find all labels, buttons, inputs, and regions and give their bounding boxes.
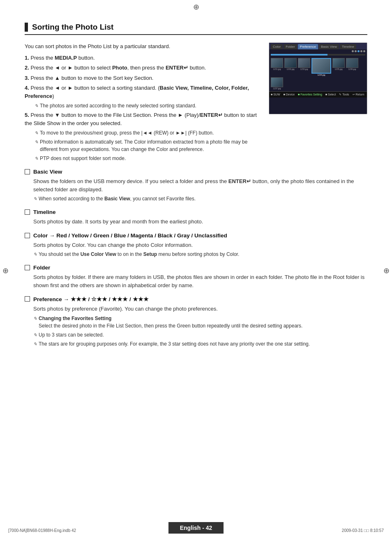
basic-view-note: ✎ When sorted according to the Basic Vie… — [33, 195, 367, 202]
subsection-folder-body: Sorts photos by folder. If there are man… — [33, 273, 367, 289]
note-icon-color: ✎ — [33, 251, 37, 258]
subsection-preference-body: Sorts photos by preference (Favorite). Y… — [33, 305, 367, 348]
basic-view-text: Shows the folders on the USB memory devi… — [33, 177, 367, 193]
basic-view-note-text: When sorted according to the Basic View,… — [39, 195, 196, 202]
footer-right: 2009-03-31 □□ 8:10:57 — [342, 528, 384, 533]
step-5-notes: ✎ To move to the previous/next group, pr… — [35, 129, 261, 162]
checkbox-icon-timeline — [25, 209, 30, 215]
checkbox-icon-basic-view — [25, 169, 30, 174]
preference-note-1-content: Changing the Favorites Setting Select th… — [39, 315, 302, 330]
footer-left: [7000-NA]BN68-01988H-Eng.indb 42 — [8, 528, 76, 533]
step-5-num: 5. — [25, 112, 29, 118]
section-title: Sorting the Photo List — [32, 23, 113, 32]
subsection-timeline-title: Timeline — [33, 209, 56, 215]
color-note: ✎ You should set the Use Color View to o… — [33, 251, 367, 258]
thumb-6-label: 1236.jpg — [348, 68, 356, 70]
screenshot-tab-color: Color — [271, 44, 283, 49]
step-3: 3. Press the ▲ button to move to the Sor… — [25, 74, 261, 82]
thumb-1: 1231.jpg — [271, 58, 283, 76]
bb-suw: ■ SUW — [271, 93, 280, 96]
section-header: Sorting the Photo List — [25, 23, 367, 35]
note-icon-4: ✎ — [35, 102, 38, 109]
screenshot-thumbnails: 1231.jpg 1232.jpg 1233.jpg 1234.jpg 1235… — [269, 56, 367, 91]
step-5-note-3-text: PTP does not support folder sort mode. — [40, 155, 126, 162]
crosshair-left-icon: ⊕ — [2, 266, 9, 275]
step-4-num: 4. — [25, 85, 29, 91]
thumb-3-label: 1233.jpg — [300, 68, 308, 70]
subsection-timeline-header: Timeline — [25, 209, 367, 215]
screenshot-dot-2 — [355, 50, 357, 52]
thumb-6-img — [346, 58, 358, 68]
checkbox-icon-preference — [25, 296, 30, 302]
thumb-4-img — [311, 58, 331, 74]
screenshot-dot-1 — [352, 50, 354, 52]
bb-select: ■ Select — [325, 93, 336, 96]
step-4-note-item: ✎ The photos are sorted according to the… — [35, 102, 261, 109]
preference-note-2-text: Up to 3 stars can be selected. — [39, 331, 104, 339]
subsection-color: Color → Red / Yellow / Green / Blue / Ma… — [25, 232, 367, 258]
section-bar — [25, 23, 28, 32]
subsection-folder-header: Folder — [25, 265, 367, 271]
screenshot-tab-timeline: Timeline — [340, 44, 356, 49]
step-3-num: 3. — [25, 75, 29, 81]
subsection-timeline: Timeline Sorts photos by date. It sorts … — [25, 209, 367, 226]
intro-text: You can sort photos in the Photo List by… — [25, 42, 261, 165]
screenshot-bottom-bar: ■ SUW ■ Device ■ Favorites Setting ■ Sel… — [269, 91, 367, 98]
thumb-6: 1236.jpg — [346, 58, 358, 76]
color-text: Sorts photos by Color. You can change th… — [33, 241, 367, 249]
screenshot-mockup: Color Folder Preference Basic View Timel… — [269, 42, 367, 114]
step-5-note-3: ✎ PTP does not support folder sort mode. — [35, 155, 261, 162]
checkbox-icon-folder — [25, 265, 30, 270]
step-4-note-text: The photos are sorted according to the n… — [40, 102, 196, 109]
step-4-note: ✎ The photos are sorted according to the… — [35, 102, 261, 109]
subsection-color-body: Sorts photos by Color. You can change th… — [33, 241, 367, 258]
step-2-num: 2. — [25, 65, 29, 71]
thumb-4-label: 1234.jpg — [317, 74, 325, 76]
bb-favorites: ■ Favorites Setting — [298, 93, 322, 96]
timeline-text: Sorts photos by date. It sorts by year a… — [33, 218, 367, 226]
subsection-color-header: Color → Red / Yellow / Green / Blue / Ma… — [25, 232, 367, 239]
bb-tools: ✎ Tools — [339, 93, 349, 96]
thumb-7-label: 1237.jpg — [273, 87, 281, 90]
bb-return: ↩ Return — [353, 93, 364, 96]
subsection-folder-title: Folder — [33, 265, 50, 271]
note-icon-pref-1: ✎ — [33, 315, 37, 322]
screenshot-progress-bar — [271, 54, 365, 56]
preference-note-1: ✎ Changing the Favorites Setting Select … — [33, 315, 367, 330]
screenshot-tabs: Color Folder Preference Basic View Timel… — [269, 43, 367, 49]
subsection-basic-view-title: Basic View — [33, 169, 62, 175]
color-note-text: You should set the Use Color View to on … — [39, 251, 239, 258]
thumb-5-label: 1235.jpg — [334, 68, 342, 70]
note-icon-5a: ✎ — [35, 130, 38, 137]
screenshot-dots-row — [269, 49, 367, 53]
subsection-preference-header: Preference → ★★★ / ☆★★ / ★★★ / ★★★ — [25, 296, 367, 302]
subsection-basic-view: Basic View Shows the folders on the USB … — [25, 169, 367, 202]
checkbox-icon-color — [25, 233, 30, 238]
crosshair-right-icon: ⊕ — [383, 266, 390, 275]
subsection-preference-title: Preference → ★★★ / ☆★★ / ★★★ / ★★★ — [33, 296, 149, 302]
screenshot-dot-3 — [357, 50, 360, 52]
screenshot-progress-fill — [271, 54, 327, 56]
thumb-1-img — [271, 58, 283, 68]
intro-first-line: You can sort photos in the Photo List by… — [25, 42, 261, 51]
folder-text: Sorts photos by folder. If there are man… — [33, 273, 367, 289]
screenshot-dot-4 — [360, 50, 362, 52]
step-1-num: 1. — [25, 55, 29, 61]
thumb-7: 1237.jpg — [271, 77, 283, 90]
subsection-basic-view-body: Shows the folders on the USB memory devi… — [33, 177, 367, 202]
step-5-note-1: ✎ To move to the previous/next group, pr… — [35, 129, 261, 137]
thumb-5-img — [332, 58, 345, 68]
step-1: 1. Press the MEDIA.P button. — [25, 54, 261, 62]
step-4: 4. Press the ◄ or ► button to select a s… — [25, 84, 261, 100]
thumb-5: 1235.jpg — [332, 58, 345, 76]
preference-note-2: ✎ Up to 3 stars can be selected. — [33, 331, 367, 339]
subsection-basic-view-header: Basic View — [25, 169, 367, 175]
step-5-note-1-text: To move to the previous/next group, pres… — [40, 129, 214, 137]
screenshot-dot-5 — [363, 50, 365, 52]
thumb-3: 1233.jpg — [298, 58, 310, 76]
note-icon-pref-3: ✎ — [33, 341, 37, 348]
thumb-7-img — [271, 77, 283, 87]
note-icon-pref-2: ✎ — [33, 332, 37, 339]
step-5: 5. Press the ▼ button to move to the Fil… — [25, 111, 261, 127]
changing-favorites-text: Select the desired photo in the File Lis… — [39, 323, 302, 329]
